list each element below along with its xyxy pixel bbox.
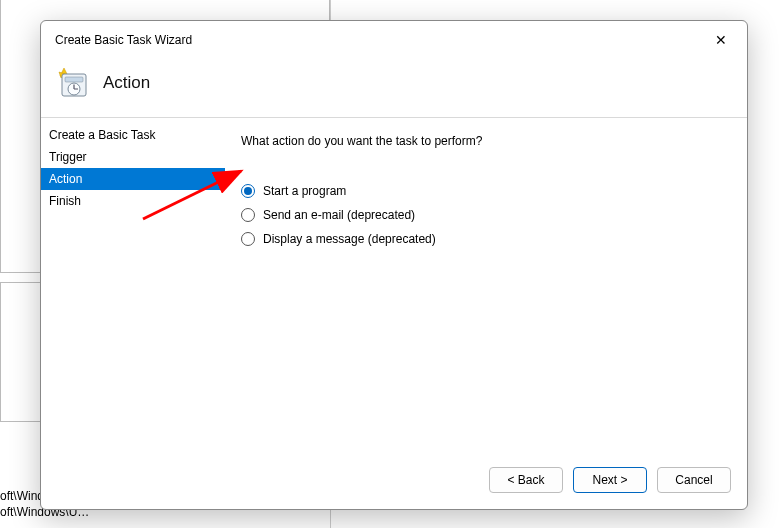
header-area: Action bbox=[41, 59, 747, 118]
step-create-basic-task[interactable]: Create a Basic Task bbox=[41, 124, 225, 146]
body-area: Create a Basic Task Trigger Action Finis… bbox=[41, 118, 747, 455]
option-send-email[interactable]: Send an e-mail (deprecated) bbox=[241, 208, 729, 222]
step-finish[interactable]: Finish bbox=[41, 190, 225, 212]
step-action[interactable]: Action bbox=[41, 168, 225, 190]
cancel-button[interactable]: Cancel bbox=[657, 467, 731, 493]
back-button[interactable]: < Back bbox=[489, 467, 563, 493]
page-heading: Action bbox=[103, 73, 150, 93]
next-button[interactable]: Next > bbox=[573, 467, 647, 493]
close-button[interactable]: ✕ bbox=[703, 29, 739, 51]
step-trigger[interactable]: Trigger bbox=[41, 146, 225, 168]
radio-icon bbox=[241, 208, 255, 222]
action-prompt: What action do you want the task to perf… bbox=[241, 134, 729, 148]
wizard-content: What action do you want the task to perf… bbox=[225, 118, 747, 455]
dialog-title: Create Basic Task Wizard bbox=[55, 33, 703, 47]
titlebar: Create Basic Task Wizard ✕ bbox=[41, 21, 747, 59]
option-display-message[interactable]: Display a message (deprecated) bbox=[241, 232, 729, 246]
wizard-dialog: Create Basic Task Wizard ✕ Action Create… bbox=[40, 20, 748, 510]
option-start-program[interactable]: Start a program bbox=[241, 184, 729, 198]
button-bar: < Back Next > Cancel bbox=[41, 455, 747, 509]
radio-icon bbox=[241, 232, 255, 246]
option-label: Start a program bbox=[263, 184, 346, 198]
wizard-icon bbox=[55, 65, 91, 101]
close-icon: ✕ bbox=[715, 32, 727, 48]
radio-icon bbox=[241, 184, 255, 198]
option-label: Display a message (deprecated) bbox=[263, 232, 436, 246]
option-label: Send an e-mail (deprecated) bbox=[263, 208, 415, 222]
wizard-steps-sidebar: Create a Basic Task Trigger Action Finis… bbox=[41, 118, 225, 455]
svg-rect-3 bbox=[65, 77, 83, 82]
